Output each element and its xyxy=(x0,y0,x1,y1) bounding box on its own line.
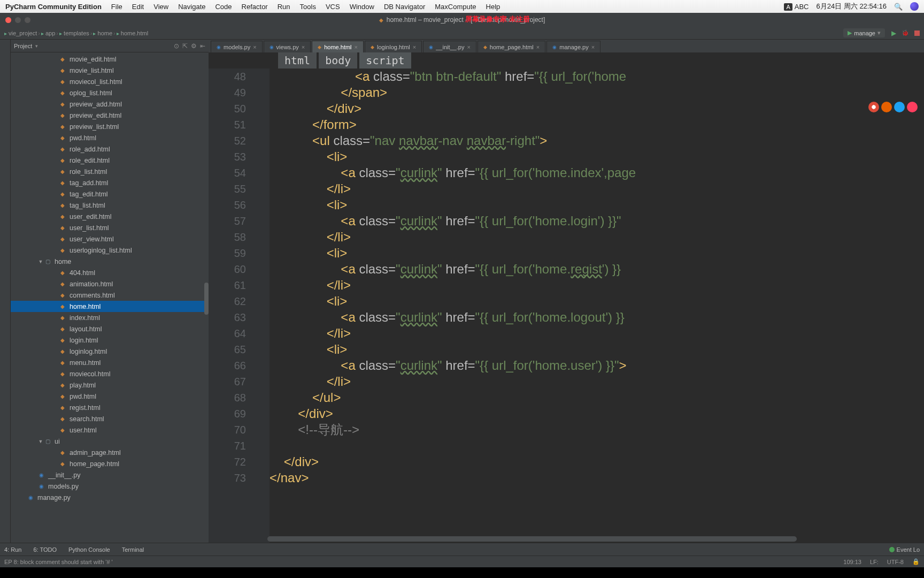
line-number-gutter[interactable]: 4849505152535455565758596061626364656667… xyxy=(209,69,262,543)
tree-item[interactable]: ◆admin_page.html xyxy=(11,447,209,458)
run-configuration[interactable]: ▶ manage ▾ xyxy=(843,28,885,37)
input-method[interactable]: AABC xyxy=(784,3,808,11)
readonly-lock-icon[interactable]: 🔒 xyxy=(912,558,920,565)
menu-help[interactable]: Help xyxy=(486,3,500,11)
scroll-from-source-icon[interactable]: ⊙ xyxy=(174,42,179,50)
close-window[interactable] xyxy=(5,17,11,23)
settings-gear-icon[interactable]: ⚙ xyxy=(191,42,197,50)
editor-tab[interactable]: ◉views.py× xyxy=(264,41,311,52)
nav-crumb[interactable]: home.html xyxy=(119,30,148,36)
tree-item[interactable]: ◆tag_add.html xyxy=(11,177,209,188)
run-button[interactable]: ▶ xyxy=(891,29,896,37)
tree-item[interactable]: ◆user.html xyxy=(11,424,209,436)
menu-edit[interactable]: Edit xyxy=(132,3,144,11)
editor-tab[interactable]: ◉__init__.py× xyxy=(423,41,476,52)
breadcrumb-chip[interactable]: html xyxy=(278,52,317,69)
tree-item[interactable]: ◆home_page.html xyxy=(11,458,209,469)
close-tab-icon[interactable]: × xyxy=(413,44,416,50)
tree-scrollbar[interactable] xyxy=(204,283,209,315)
tree-item[interactable]: ◉__init__.py xyxy=(11,469,209,481)
tree-item[interactable]: ◆oplog_list.html xyxy=(11,87,209,98)
file-encoding[interactable]: UTF-8 xyxy=(887,559,904,565)
traffic-lights[interactable] xyxy=(5,17,30,23)
menu-view[interactable]: View xyxy=(153,3,168,11)
tree-item[interactable]: ◆movie_list.html xyxy=(11,65,209,76)
menu-refactor[interactable]: Refactor xyxy=(242,3,268,11)
horizontal-scrollbar[interactable] xyxy=(267,536,797,542)
editor-tab[interactable]: ◉manage.py× xyxy=(546,41,600,52)
tree-item[interactable]: ◆play.html xyxy=(11,379,209,391)
tree-item[interactable]: ◉models.py xyxy=(11,481,209,492)
tree-item[interactable]: ◆animation.html xyxy=(11,278,209,290)
tree-item[interactable]: ◆movie_edit.html xyxy=(11,54,209,65)
tree-item[interactable]: ▼▢ui xyxy=(11,436,209,447)
menu-vcs[interactable]: VCS xyxy=(326,3,340,11)
cursor-position[interactable]: 109:13 xyxy=(843,559,861,565)
minimize-window[interactable] xyxy=(15,17,21,23)
tree-item[interactable]: ▼▢home xyxy=(11,256,209,267)
nav-crumb[interactable]: vie_project xyxy=(7,30,37,36)
tree-item[interactable]: ◆moviecol_list.html xyxy=(11,76,209,87)
bottom-tool-tab[interactable]: Python Console xyxy=(68,546,110,553)
project-view-selector[interactable]: Project xyxy=(14,43,32,49)
bottom-tool-tab[interactable]: Terminal xyxy=(122,546,144,553)
nav-crumb[interactable]: app xyxy=(44,30,55,36)
tree-item[interactable]: ◆loginlog.html xyxy=(11,346,209,357)
fold-gutter[interactable] xyxy=(262,69,270,543)
close-tab-icon[interactable]: × xyxy=(302,44,305,50)
tree-item[interactable]: ◆preview_list.html xyxy=(11,121,209,132)
close-tab-icon[interactable]: × xyxy=(467,44,470,50)
bottom-tool-tab[interactable]: 6: TODO xyxy=(33,546,57,553)
collapse-all-icon[interactable]: ⇱ xyxy=(182,42,188,50)
breadcrumb-chip[interactable]: script xyxy=(359,52,411,69)
menu-tools[interactable]: Tools xyxy=(300,3,316,11)
close-tab-icon[interactable]: × xyxy=(253,44,256,50)
spotlight-icon[interactable]: 🔍 xyxy=(894,3,903,11)
tree-item[interactable]: ◆preview_add.html xyxy=(11,98,209,110)
menu-file[interactable]: File xyxy=(111,3,122,11)
user-icon[interactable] xyxy=(910,2,919,11)
menu-maxcompute[interactable]: MaxCompute xyxy=(435,3,476,11)
breadcrumb-chip[interactable]: body xyxy=(319,52,357,69)
tree-item[interactable]: ◆pwd.html xyxy=(11,132,209,143)
menu-window[interactable]: Window xyxy=(350,3,374,11)
tree-item[interactable]: ◉manage.py xyxy=(11,492,209,503)
tree-item[interactable]: ◆role_edit.html xyxy=(11,155,209,166)
menu-code[interactable]: Code xyxy=(215,3,232,11)
menu-navigate[interactable]: Navigate xyxy=(178,3,205,11)
tree-item[interactable]: ◆menu.html xyxy=(11,357,209,368)
chrome-icon[interactable] xyxy=(868,102,879,112)
event-log-button[interactable]: Event Lo xyxy=(889,546,920,553)
tree-item[interactable]: ◆regist.html xyxy=(11,402,209,413)
tree-item[interactable]: ◆tag_list.html xyxy=(11,200,209,211)
tree-item[interactable]: ◆user_view.html xyxy=(11,233,209,245)
tree-item[interactable]: ◆search.html xyxy=(11,413,209,424)
stop-button[interactable] xyxy=(914,31,920,36)
tree-item[interactable]: ◆moviecol.html xyxy=(11,368,209,379)
tree-item[interactable]: ◆role_add.html xyxy=(11,143,209,155)
tree-item[interactable]: ◆index.html xyxy=(11,312,209,323)
menu-run[interactable]: Run xyxy=(278,3,290,11)
editor-tab[interactable]: ◆loginlog.html× xyxy=(365,41,422,52)
tree-item[interactable]: ◆pwd.html xyxy=(11,391,209,402)
nav-crumb[interactable]: templates xyxy=(62,30,89,36)
opera-icon[interactable] xyxy=(907,102,918,112)
bottom-tool-tab[interactable]: 4: Run xyxy=(4,546,21,553)
editor-tab[interactable]: ◆home.html× xyxy=(312,41,364,52)
tree-item[interactable]: ◆preview_edit.html xyxy=(11,110,209,121)
tree-item[interactable]: ◆layout.html xyxy=(11,323,209,334)
safari-icon[interactable] xyxy=(894,102,905,112)
tree-item[interactable]: ◆role_list.html xyxy=(11,166,209,177)
tree-item[interactable]: ◆user_list.html xyxy=(11,222,209,233)
zoom-window[interactable] xyxy=(25,17,30,23)
debug-button[interactable]: 🐞 xyxy=(902,29,909,36)
tree-item[interactable]: ◆404.html xyxy=(11,267,209,278)
code-editor[interactable]: <a class="btn btn-default" href="{{ url_… xyxy=(270,69,924,543)
close-tab-icon[interactable]: × xyxy=(536,44,540,50)
editor-tab[interactable]: ◆home_page.html× xyxy=(478,41,545,52)
close-tab-icon[interactable]: × xyxy=(355,44,358,50)
tree-item[interactable]: ◆userloginlog_list.html xyxy=(11,245,209,256)
tree-item[interactable]: ◆user_edit.html xyxy=(11,211,209,222)
tree-item[interactable]: ◆comments.html xyxy=(11,290,209,301)
structure-breadcrumbs[interactable]: htmlbodyscript xyxy=(209,52,924,69)
